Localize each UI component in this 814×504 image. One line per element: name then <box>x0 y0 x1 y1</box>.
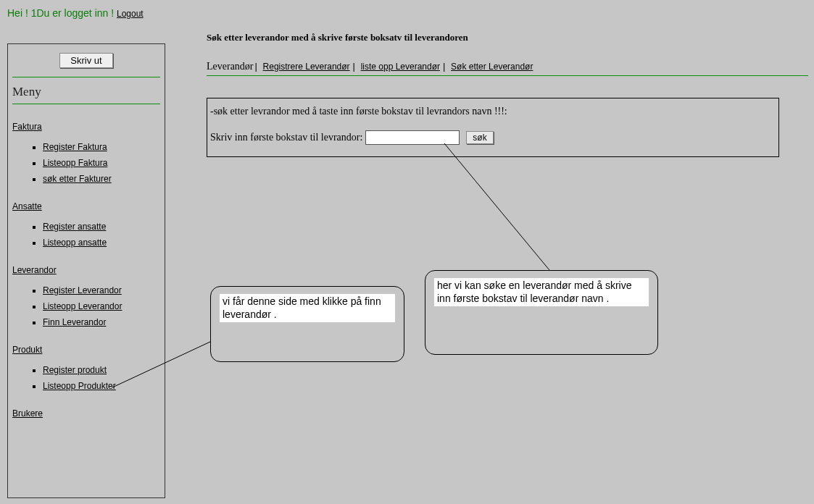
menu-title: Meny <box>12 85 160 99</box>
menu-section-leverandor[interactable]: Leverandor <box>12 265 160 275</box>
greeting-prefix: Hei ! 1 <box>7 7 36 19</box>
search-box: -søk etter levrandor med å taste inn før… <box>207 98 779 157</box>
menu-section-brukere[interactable]: Brukere <box>12 408 160 419</box>
search-instruction: -søk etter levrandor med å taste inn før… <box>210 106 776 117</box>
menu-list-leverandor: Register Leverandor Listeopp Leverandor … <box>12 285 160 327</box>
breadcrumb-link[interactable]: Registrere Leverandør <box>262 62 352 72</box>
divider <box>12 77 160 77</box>
menu-item[interactable]: Listeopp Leverandor <box>43 301 160 311</box>
menu-item[interactable]: Register ansatte <box>43 222 160 232</box>
breadcrumb: Leverandør| Registrere Leverandør| liste… <box>207 61 808 76</box>
divider <box>12 104 160 104</box>
callout-text: her vi kan søke en leverandør med å skri… <box>434 278 649 306</box>
menu-item[interactable]: Listeopp Produkter <box>43 381 160 391</box>
breadcrumb-lead: Leverandør <box>207 61 254 72</box>
print-button[interactable]: Skriv ut <box>59 53 112 68</box>
menu-item[interactable]: Listeopp Faktura <box>43 158 160 168</box>
breadcrumb-link[interactable]: Søk etter Leverandør <box>449 62 534 72</box>
callout-note-2: her vi kan søke en leverandør med å skri… <box>425 270 658 355</box>
login-status-bar: Hei ! 1Du er logget inn ! Logout <box>0 0 814 23</box>
callout-text: vi får denne side med klikke på finn lev… <box>220 294 395 322</box>
menu-item[interactable]: Register Faktura <box>43 142 160 152</box>
sidebar[interactable]: Skriv ut Meny Faktura Register Faktura L… <box>7 43 165 498</box>
menu-item[interactable]: Listeopp ansatte <box>43 238 160 248</box>
menu-section-faktura[interactable]: Faktura <box>12 122 160 132</box>
logout-link[interactable]: Logout <box>117 9 144 19</box>
menu-item-finn-leverandor[interactable]: Finn Leverandor <box>43 317 160 327</box>
page-title: Søk etter leverandor med å skrive første… <box>207 32 807 43</box>
breadcrumb-link[interactable]: liste opp Leverandør <box>360 62 441 72</box>
menu-item[interactable]: Register produkt <box>43 365 160 375</box>
menu-list-faktura: Register Faktura Listeopp Faktura søk et… <box>12 142 160 184</box>
menu-section-produkt[interactable]: Produkt <box>12 345 160 355</box>
logged-in-text: Du er logget inn ! <box>36 7 114 19</box>
search-input[interactable] <box>365 130 460 145</box>
menu-item[interactable]: søk etter Fakturer <box>43 174 160 184</box>
menu-list-produkt: Register produkt Listeopp Produkter <box>12 365 160 391</box>
svg-line-1 <box>444 143 549 270</box>
search-button[interactable]: søk <box>466 131 493 144</box>
menu-item[interactable]: Register Leverandor <box>43 285 160 295</box>
main-content: Søk etter leverandor med å skrive første… <box>207 28 814 157</box>
search-label: Skriv inn første bokstav til levrandor: <box>210 132 362 143</box>
callout-note-1: vi får denne side med klikke på finn lev… <box>210 286 404 362</box>
menu-section-ansatte[interactable]: Ansatte <box>12 201 160 211</box>
menu-list-ansatte: Register ansatte Listeopp ansatte <box>12 222 160 248</box>
